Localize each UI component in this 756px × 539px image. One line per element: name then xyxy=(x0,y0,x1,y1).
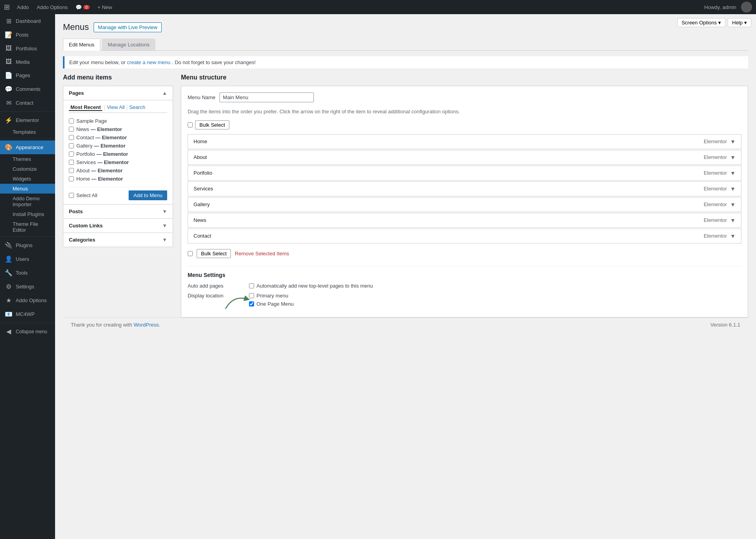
sidebar-item-menus[interactable]: Menus xyxy=(0,184,55,194)
auto-add-checkbox[interactable] xyxy=(249,283,254,288)
table-row: Gallery Elementor ▼ xyxy=(188,197,741,212)
sidebar-item-media[interactable]: 🖼 Media xyxy=(0,55,55,68)
sidebar-item-plugins[interactable]: 🔌 Plugins xyxy=(0,238,55,252)
comments-menu-icon: 💬 xyxy=(5,85,13,93)
menu-separator-2 xyxy=(0,138,55,139)
comments-count: 0 xyxy=(83,5,90,9)
custom-links-accordion-header[interactable]: Custom Links ▼ xyxy=(63,219,173,233)
sidebar-item-portfolios[interactable]: 🖼 Portfolios xyxy=(0,42,55,55)
sidebar-item-posts[interactable]: 📝 Posts xyxy=(0,28,55,42)
tab-view-all[interactable]: View All xyxy=(107,104,125,111)
sidebar-item-addo-options[interactable]: ★ Addo Options xyxy=(0,293,55,307)
page-news-label[interactable]: News — Elementor xyxy=(76,126,122,132)
one-page-menu-checkbox[interactable] xyxy=(249,301,254,306)
menu-settings: Menu Settings Auto add pages Automatical… xyxy=(188,266,741,307)
page-home-checkbox[interactable] xyxy=(69,176,74,181)
adminbar-site-name[interactable]: Addo xyxy=(14,4,32,10)
tab-most-recent[interactable]: Most Recent xyxy=(69,104,102,111)
sidebar-item-templates[interactable]: Templates xyxy=(0,127,55,137)
adminbar-new[interactable]: + New xyxy=(94,4,115,10)
pages-accordion-header[interactable]: Pages ▲ xyxy=(63,86,173,100)
select-all-checkbox[interactable] xyxy=(69,193,74,198)
sidebar-item-appearance[interactable]: 🎨 Appearance xyxy=(0,140,55,154)
primary-menu-label[interactable]: Primary menu xyxy=(256,293,288,299)
add-to-menu-button[interactable]: Add to Menu xyxy=(129,190,167,200)
adminbar-howdy[interactable]: Howdy, admin xyxy=(701,4,739,10)
sidebar-item-themes[interactable]: Themes xyxy=(0,154,55,164)
page-contact-checkbox[interactable] xyxy=(69,135,74,140)
chevron-down-icon[interactable]: ▼ xyxy=(730,186,736,192)
page-sample-label[interactable]: Sample Page xyxy=(76,118,107,124)
sidebar-item-comments[interactable]: 💬 Comments xyxy=(0,82,55,96)
sidebar-item-settings[interactable]: ⚙ Settings xyxy=(0,280,55,293)
primary-menu-checkbox[interactable] xyxy=(249,293,254,298)
tab-edit-menus[interactable]: Edit Menus xyxy=(63,39,100,51)
page-news-checkbox[interactable] xyxy=(69,127,74,132)
live-preview-button[interactable]: Manage with Live Preview xyxy=(94,22,162,32)
install-plugins-label: Install Plugins xyxy=(13,211,44,217)
select-all-label[interactable]: Select All xyxy=(76,192,97,198)
chevron-down-icon[interactable]: ▼ xyxy=(730,138,736,145)
menu-item-home-name: Home xyxy=(194,138,207,144)
page-title: Menus xyxy=(63,22,89,32)
wp-logo[interactable]: ⊞ xyxy=(4,3,10,11)
collapse-menu-button[interactable]: ◀ Collapse menu xyxy=(0,325,55,338)
chevron-down-icon[interactable]: ▼ xyxy=(730,154,736,161)
sidebar-item-users[interactable]: 👤 Users xyxy=(0,252,55,266)
adminbar-options[interactable]: Addo Options xyxy=(33,4,71,10)
menu-item-portfolio-right: Elementor ▼ xyxy=(704,170,736,176)
sidebar-item-demo-importer[interactable]: Addo Demo Importer xyxy=(0,194,55,209)
sidebar-item-customize[interactable]: Customize xyxy=(0,164,55,174)
page-contact-label[interactable]: Contact — Elementor xyxy=(76,135,127,140)
one-page-menu-label[interactable]: One Page Menu xyxy=(256,301,294,307)
bulk-select-top-button[interactable]: Bulk Select xyxy=(195,120,229,129)
posts-accordion-header[interactable]: Posts ▼ xyxy=(63,205,173,219)
chevron-down-icon[interactable]: ▼ xyxy=(730,201,736,208)
page-sample-checkbox[interactable] xyxy=(69,118,74,124)
page-about-checkbox[interactable] xyxy=(69,168,74,173)
categories-accordion-header[interactable]: Categories ▼ xyxy=(63,233,173,247)
sidebar-item-elementor[interactable]: ⚡ Elementor xyxy=(0,113,55,127)
page-about-label[interactable]: About — Elementor xyxy=(76,168,123,174)
adminbar-comments[interactable]: 💬 0 xyxy=(72,4,93,10)
chevron-down-icon[interactable]: ▼ xyxy=(730,233,736,239)
main-content: Menus Manage with Live Preview Edit Menu… xyxy=(55,14,756,539)
auto-add-option: Automatically add new top-level pages to… xyxy=(249,283,373,289)
menu-item-about-tag: Elementor xyxy=(704,154,727,160)
sidebar-item-theme-file-editor[interactable]: Theme File Editor xyxy=(0,219,55,235)
sidebar-item-pages[interactable]: 📄 Pages xyxy=(0,68,55,82)
page-gallery-checkbox[interactable] xyxy=(69,143,74,148)
footer-wp-link[interactable]: WordPress xyxy=(134,322,159,328)
sidebar-item-tools[interactable]: 🔧 Tools xyxy=(0,266,55,280)
tab-manage-locations[interactable]: Manage Locations xyxy=(102,39,155,50)
help-button[interactable]: Help ▾ xyxy=(728,18,751,27)
list-item: Home — Elementor xyxy=(69,175,167,183)
chevron-down-icon[interactable]: ▼ xyxy=(730,170,736,176)
contact-icon: ✉ xyxy=(5,99,13,107)
page-services-checkbox[interactable] xyxy=(69,160,74,165)
sidebar-item-dashboard[interactable]: ⊞ Dashboard xyxy=(0,14,55,28)
bulk-select-top-checkbox[interactable] xyxy=(188,122,193,127)
page-portfolio-checkbox[interactable] xyxy=(69,151,74,157)
tools-icon: 🔧 xyxy=(5,269,13,277)
chevron-down-icon[interactable]: ▼ xyxy=(730,217,736,223)
sidebar-item-contact[interactable]: ✉ Contact xyxy=(0,96,55,110)
sidebar-item-mc4wp[interactable]: 📧 MC4WP xyxy=(0,307,55,321)
create-new-menu-link[interactable]: create a new menu xyxy=(127,59,171,65)
screen-options-button[interactable]: Screen Options ▾ xyxy=(677,18,726,27)
bulk-select-bottom-checkbox[interactable] xyxy=(188,251,193,256)
auto-add-checkbox-label[interactable]: Automatically add new top-level pages to… xyxy=(256,283,373,289)
sidebar-item-install-plugins[interactable]: Install Plugins xyxy=(0,209,55,219)
posts-accordion-label: Posts xyxy=(69,209,83,214)
page-gallery-label[interactable]: Gallery — Elementor xyxy=(76,143,125,149)
menu-name-input[interactable] xyxy=(219,92,314,102)
nav-tabs: Edit Menus Manage Locations xyxy=(63,39,748,51)
tab-search[interactable]: Search xyxy=(129,104,145,111)
page-portfolio-label[interactable]: Portfolio — Elementor xyxy=(76,151,128,157)
page-services-label[interactable]: Services — Elementor xyxy=(76,159,129,165)
bulk-select-bottom-button[interactable]: Bulk Select xyxy=(197,249,231,258)
remove-selected-link[interactable]: Remove Selected Items xyxy=(235,251,289,257)
sidebar-item-widgets[interactable]: Widgets xyxy=(0,174,55,184)
menu-name-label: Menu Name xyxy=(188,94,216,100)
page-home-label[interactable]: Home — Elementor xyxy=(76,176,123,182)
